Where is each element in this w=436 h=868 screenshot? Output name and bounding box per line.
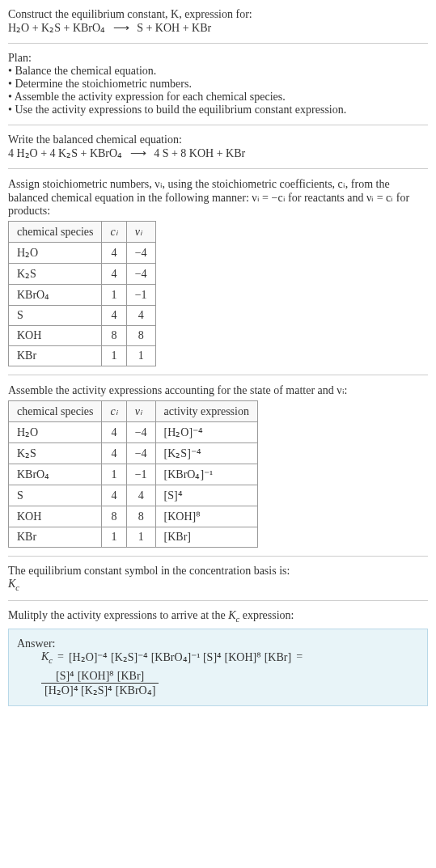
table-row: KBr 1 1 [9,346,156,366]
kc-expression: Kc = [H₂O]⁻⁴ [K₂S]⁻⁴ [KBrO₄]⁻¹ [S]⁴ [KOH… [41,650,419,698]
table-header-row: chemical species cᵢ νᵢ activity expressi… [9,401,258,422]
eqconst-symbol: Kc [8,578,428,592]
vi-cell: −4 [126,443,155,464]
species-cell: KBr [9,346,102,366]
fraction-denominator: [H₂O]⁴ [K₂S]⁴ [KBrO₄] [41,684,159,697]
vi-cell: −4 [126,422,155,443]
vi-cell: −1 [126,285,155,306]
species-cell: KBr [9,527,102,548]
assemble-section: Assemble the activity expressions accoun… [8,383,428,548]
table-header: νᵢ [126,222,155,243]
kc-fraction: [S]⁴ [KOH]⁸ [KBr] [H₂O]⁴ [K₂S]⁴ [KBrO₄] [41,669,159,697]
answer-label: Answer: [17,637,419,650]
vi-cell: 1 [126,346,155,366]
intro-line1: Construct the equilibrium constant, K, e… [8,8,428,21]
intro-lhs: H₂O + K₂S + KBrO₄ [8,22,105,34]
ci-cell: 1 [102,346,126,366]
activity-cell: [K₂S]⁻⁴ [155,443,257,464]
table-row: S 4 4 [9,306,156,326]
plan-item: • Use the activity expressions to build … [8,104,428,116]
assemble-text: Assemble the activity expressions accoun… [8,383,428,397]
ci-cell: 4 [102,264,126,285]
vi-cell: 4 [126,485,155,506]
ci-cell: 4 [102,485,126,506]
ci-cell: 4 [102,422,126,443]
ci-cell: 8 [102,326,126,346]
divider [8,375,428,375]
balanced-lhs: 4 H₂O + 4 K₂S + KBrO₄ [8,147,122,159]
intro-equation: H₂O + K₂S + KBrO₄ ⟶ S + KOH + KBr [8,21,428,35]
vi-cell: −4 [126,264,155,285]
ci-cell: 1 [102,285,126,306]
eqconst-section: The equilibrium constant symbol in the c… [8,565,428,592]
vi-cell: 8 [126,326,155,346]
balanced-equation: 4 H₂O + 4 K₂S + KBrO₄ ⟶ 4 S + 8 KOH + KB… [8,146,428,160]
table-row: KBrO₄ 1 −1 [KBrO₄]⁻¹ [9,464,258,485]
table-row: K₂S 4 −4 [9,264,156,285]
divider [8,125,428,125]
arrow-icon: ⟶ [113,22,129,34]
table-row: S 4 4 [S]⁴ [9,485,258,506]
kc-symbol: Kc [41,650,53,665]
activity-cell: [H₂O]⁻⁴ [155,422,257,443]
species-cell: H₂O [9,422,102,443]
vi-cell: −4 [126,243,155,264]
activity-table: chemical species cᵢ νᵢ activity expressi… [8,400,258,548]
table-header: νᵢ [126,401,155,422]
activity-cell: [KBrO₄]⁻¹ [155,464,257,485]
table-row: KOH 8 8 [9,326,156,346]
table-row: K₂S 4 −4 [K₂S]⁻⁴ [9,443,258,464]
ci-cell: 4 [102,443,126,464]
equals: = [57,650,64,663]
ci-cell: 8 [102,506,126,527]
species-cell: K₂S [9,443,102,464]
equals: = [296,650,303,663]
table-header: cᵢ [102,401,126,422]
plan-item: • Balance the chemical equation. [8,65,428,78]
intro-rhs: S + KOH + KBr [137,22,211,34]
species-cell: KBrO₄ [9,464,102,485]
table-header: chemical species [9,401,102,422]
divider [8,556,428,557]
species-cell: S [9,485,102,506]
vi-cell: 4 [126,306,155,326]
activity-cell: [KOH]⁸ [155,506,257,527]
divider [8,600,428,601]
arrow-icon: ⟶ [130,147,146,159]
ci-cell: 1 [102,464,126,485]
species-cell: KOH [9,506,102,527]
plan-heading: Plan: [8,52,428,65]
answer-box: Answer: Kc = [H₂O]⁻⁴ [K₂S]⁻⁴ [KBrO₄]⁻¹ [… [8,629,428,707]
table-row: KBrO₄ 1 −1 [9,285,156,306]
ci-cell: 4 [102,243,126,264]
table-header: cᵢ [102,222,126,243]
table-header: chemical species [9,222,102,243]
species-cell: H₂O [9,243,102,264]
balanced-section: Write the balanced chemical equation: 4 … [8,133,428,160]
table-header-row: chemical species cᵢ νᵢ [9,222,156,243]
table-row: H₂O 4 −4 [H₂O]⁻⁴ [9,422,258,443]
vi-cell: −1 [126,464,155,485]
balanced-heading: Write the balanced chemical equation: [8,133,428,146]
vi-cell: 1 [126,527,155,548]
divider [8,43,428,44]
multiply-section: Mulitply the activity expressions to arr… [8,609,428,707]
species-cell: S [9,306,102,326]
balanced-rhs: 4 S + 8 KOH + KBr [154,147,245,159]
species-cell: KOH [9,326,102,346]
species-cell: KBrO₄ [9,285,102,306]
plan-item: • Assemble the activity expression for e… [8,91,428,104]
table-row: KOH 8 8 [KOH]⁸ [9,506,258,527]
plan-item: • Determine the stoichiometric numbers. [8,78,428,91]
table-header: activity expression [155,401,257,422]
species-cell: K₂S [9,264,102,285]
ci-cell: 4 [102,306,126,326]
table-row: KBr 1 1 [KBr] [9,527,258,548]
assign-text: Assign stoichiometric numbers, νᵢ, using… [8,177,428,218]
intro-section: Construct the equilibrium constant, K, e… [8,8,428,35]
stoich-table: chemical species cᵢ νᵢ H₂O 4 −4 K₂S 4 −4… [8,221,156,366]
assign-section: Assign stoichiometric numbers, νᵢ, using… [8,177,428,366]
ci-cell: 1 [102,527,126,548]
kc-expr: [H₂O]⁻⁴ [K₂S]⁻⁴ [KBrO₄]⁻¹ [S]⁴ [KOH]⁸ [K… [69,650,291,664]
plan-section: Plan: • Balance the chemical equation. •… [8,52,428,116]
